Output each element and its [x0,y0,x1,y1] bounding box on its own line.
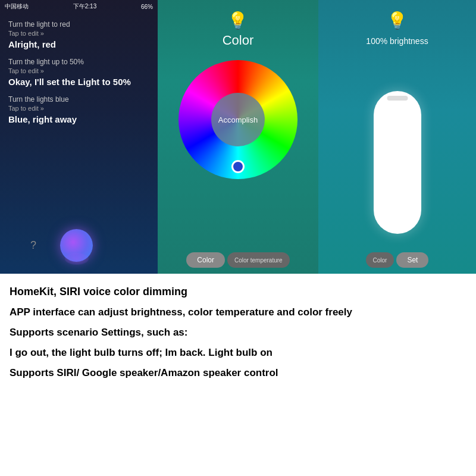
feature-1: HomeKit, SIRI voice color dimming [10,284,466,299]
color-bulb-icon: 💡 [227,11,248,30]
time: 下午2:13 [73,2,96,11]
brightness-panel: 💡 100% brightness Color Set [318,0,476,274]
siri-command-3: Turn the lights blue [8,95,149,104]
siri-response-3: Blue, right away [8,114,149,124]
color-panel-title: Color [223,33,254,48]
brightness-panel-tabs: Color Set [318,246,476,274]
color-wheel-center[interactable]: Accomplish [211,93,265,146]
color-wheel-dot[interactable] [231,160,245,173]
color-panel: 💡 Color Accomplish Color Color temperatu… [158,0,318,274]
siri-tap-1[interactable]: Tap to edit » [8,30,149,37]
feature-5: Supports SIRI/ Google speaker/Amazon spe… [10,366,466,380]
brightness-slider-container [374,51,421,274]
brightness-bulb-icon: 💡 [387,11,408,30]
accomplish-label: Accomplish [218,115,258,124]
carrier: 中国移动 [5,2,29,11]
screenshots-row: 中国移动 下午2:13 66% Turn the light to red Ta… [0,0,476,274]
battery: 66% [141,4,153,10]
siri-command-1: Turn the light to red [8,20,149,29]
brightness-tab-color[interactable]: Color [366,252,394,268]
siri-message-2: Turn the light up to 50% Tap to edit » O… [8,58,149,87]
color-panel-tabs: Color Color temperature [158,246,318,274]
color-tab-temperature[interactable]: Color temperature [227,252,290,268]
siri-panel: 中国移动 下午2:13 66% Turn the light to red Ta… [0,0,158,274]
siri-bottom: ? [0,229,158,262]
siri-response-2: Okay, I'll set the Light to 50% [8,77,149,87]
brightness-label: 100% brightness [366,36,428,46]
brightness-tab-set[interactable]: Set [396,252,428,268]
siri-tap-3[interactable]: Tap to edit » [8,105,149,112]
color-tab-color[interactable]: Color [186,252,225,268]
color-panel-header: 💡 Color [223,0,254,54]
siri-command-2: Turn the light up to 50% [8,58,149,66]
color-wheel-container[interactable]: Accomplish [178,60,298,179]
feature-2: APP interface can adjust brightness, col… [10,305,466,320]
siri-message-3: Turn the lights blue Tap to edit » Blue,… [8,95,149,124]
siri-response-1: Alright, red [8,39,149,49]
siri-message-1: Turn the light to red Tap to edit » Alri… [8,20,149,49]
text-section: HomeKit, SIRI voice color dimming APP in… [0,274,476,476]
feature-3: Supports scenario Settings, such as: [10,325,466,340]
brightness-panel-header: 💡 100% brightness [366,0,428,51]
siri-help-icon[interactable]: ? [30,239,36,252]
status-bar: 中国移动 下午2:13 66% [0,0,158,13]
siri-tap-2[interactable]: Tap to edit » [8,67,149,74]
brightness-slider[interactable] [374,91,421,234]
siri-orb[interactable] [60,229,93,262]
siri-conversation: Turn the light to red Tap to edit » Alri… [0,13,158,140]
feature-4: I go out, the light bulb turns off; Im b… [10,346,466,360]
